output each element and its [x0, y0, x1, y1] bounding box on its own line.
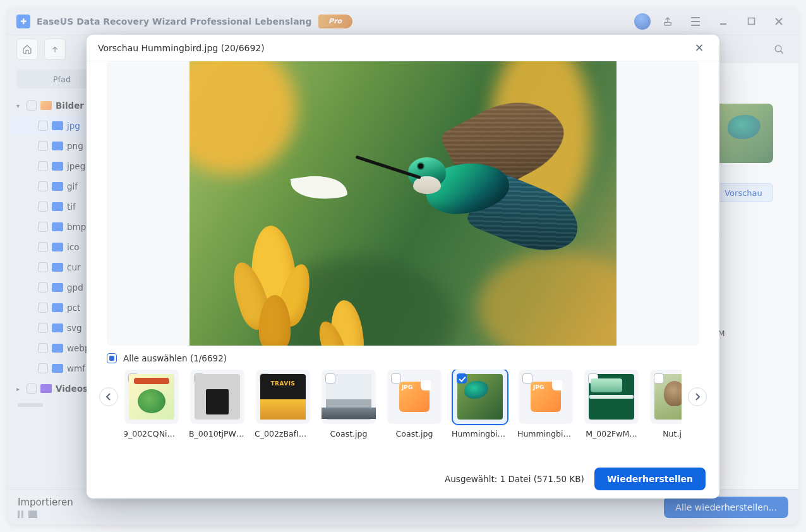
- tree-label: gif: [67, 181, 78, 191]
- thumb-checkbox[interactable]: [457, 373, 467, 384]
- checkbox[interactable]: [38, 282, 48, 293]
- folder-icon: [52, 364, 63, 373]
- tree-label: cur: [67, 262, 81, 272]
- image-folder-icon: [40, 101, 52, 110]
- checkbox[interactable]: [38, 181, 48, 191]
- thumb-item[interactable]: B_0010tjPW3…: [190, 370, 244, 438]
- thumb-label: Coast.jpg: [396, 429, 433, 438]
- thumb-item[interactable]: C_002zBafI3…: [256, 370, 310, 438]
- up-button[interactable]: [44, 39, 66, 60]
- folder-icon: [52, 323, 63, 332]
- modal-close-icon[interactable]: ✕: [690, 39, 708, 57]
- tree-label: Videos: [56, 384, 88, 394]
- scrollbar-thumb[interactable]: [18, 403, 43, 407]
- svg-rect-1: [748, 18, 754, 25]
- tree-label: tif: [67, 202, 76, 212]
- tree-label: pct: [67, 303, 80, 313]
- thumbnail-strip: 9_002CQNiw… B_0010tjPW3… C_002zBafI3… Co…: [87, 367, 719, 438]
- folder-icon: [52, 202, 63, 211]
- maximize-icon[interactable]: [740, 11, 762, 32]
- thumb-checkbox[interactable]: [654, 373, 664, 384]
- tree-label: bmp: [67, 222, 86, 232]
- tree-label: svg: [67, 323, 82, 333]
- modal-stage: [87, 61, 719, 346]
- titlebar: ✚ EaseUS Data Recovery Wizard Profession…: [8, 8, 798, 35]
- thumb-item[interactable]: Coast.jpg: [387, 370, 442, 438]
- thumb-item[interactable]: 9_002CQNiw…: [124, 370, 179, 438]
- selection-status: Ausgewählt: 1 Datei (571.50 KB): [445, 474, 584, 484]
- recover-all-button[interactable]: Alle wiederherstellen...: [664, 497, 788, 518]
- checkbox[interactable]: [38, 343, 48, 353]
- thumb-item[interactable]: Hummingbir…: [519, 370, 573, 438]
- jpg-icon: [531, 382, 561, 412]
- search-icon[interactable]: [768, 39, 790, 60]
- app-title: EaseUS Data Recovery Wizard Professional…: [37, 16, 312, 27]
- thumb-checkbox[interactable]: [522, 373, 532, 384]
- select-all-row[interactable]: Alle auswählen (1/6692): [87, 346, 719, 367]
- tree-label: png: [67, 141, 83, 151]
- preview-thumbnail: [714, 104, 773, 163]
- thumb-label: Nut.jpg: [663, 429, 682, 438]
- checkbox[interactable]: [38, 141, 48, 151]
- thumb-label: B_0010tjPW3…: [189, 429, 246, 438]
- chevron-right-icon: ▸: [16, 385, 23, 392]
- checkbox[interactable]: [27, 384, 37, 394]
- checkbox[interactable]: [38, 363, 48, 373]
- close-icon[interactable]: [768, 11, 790, 32]
- thumb-label: 9_002CQNiw…: [124, 429, 180, 438]
- thumb-label: Hummingbir…: [517, 429, 574, 438]
- thumb-label: C_002zBafI3…: [255, 429, 311, 438]
- preview-modal: Vorschau Hummingbird.jpg (20/6692) ✕: [87, 35, 719, 499]
- checkbox[interactable]: [27, 100, 37, 111]
- checkbox[interactable]: [38, 303, 48, 313]
- preview-image: [189, 61, 617, 346]
- folder-icon: [52, 182, 63, 191]
- pro-badge: Pro: [318, 15, 352, 28]
- select-all-label: Alle auswählen (1/6692): [123, 353, 227, 363]
- folder-icon: [52, 222, 63, 231]
- folder-icon: [52, 142, 63, 150]
- menu-icon[interactable]: [685, 11, 706, 32]
- modal-header: Vorschau Hummingbird.jpg (20/6692) ✕: [87, 35, 719, 61]
- checkbox[interactable]: [38, 242, 48, 252]
- thumb-checkbox[interactable]: [391, 373, 401, 384]
- thumb-item[interactable]: M_002FwM…: [584, 370, 639, 438]
- app-logo-icon: ✚: [16, 15, 30, 28]
- svg-point-2: [775, 45, 781, 52]
- folder-icon: [52, 162, 63, 171]
- checkbox[interactable]: [38, 202, 48, 212]
- folder-icon: [52, 121, 63, 130]
- thumb-label: Coast.jpg: [330, 429, 368, 438]
- stop-icon[interactable]: [28, 511, 37, 518]
- modal-title: Vorschau Hummingbird.jpg (20/6692): [98, 43, 265, 53]
- tree-label: ico: [67, 242, 79, 252]
- pause-icon[interactable]: [18, 511, 23, 518]
- video-folder-icon: [40, 384, 52, 393]
- modal-footer: Ausgewählt: 1 Datei (571.50 KB) Wiederhe…: [87, 459, 719, 499]
- tree-label: wmf: [67, 363, 85, 373]
- recover-button[interactable]: Wiederherstellen: [594, 468, 706, 490]
- assistant-icon[interactable]: [634, 13, 651, 30]
- thumb-item[interactable]: Nut.jpg: [650, 370, 682, 438]
- jpg-icon: [399, 382, 430, 412]
- folder-icon: [52, 263, 63, 272]
- preview-button[interactable]: Vorschau: [714, 183, 773, 202]
- thumb-item[interactable]: Coast.jpg: [322, 370, 376, 438]
- checkbox[interactable]: [38, 222, 48, 232]
- checkbox[interactable]: [38, 121, 48, 131]
- folder-icon: [52, 243, 63, 251]
- checkbox[interactable]: [38, 161, 48, 171]
- minimize-icon[interactable]: [713, 11, 734, 32]
- tree-label: Bilder: [56, 100, 84, 111]
- strip-prev-button[interactable]: [99, 387, 118, 406]
- thumb-checkbox[interactable]: [325, 373, 335, 384]
- chevron-down-icon: ▾: [16, 102, 23, 109]
- select-all-checkbox[interactable]: [107, 353, 117, 363]
- thumb-item[interactable]: Hummingbir…: [453, 370, 507, 438]
- checkbox[interactable]: [38, 262, 48, 272]
- strip-next-button[interactable]: [688, 387, 707, 406]
- checkbox[interactable]: [38, 323, 48, 333]
- home-button[interactable]: [16, 39, 38, 60]
- share-icon[interactable]: [657, 11, 678, 32]
- svg-rect-0: [665, 22, 671, 25]
